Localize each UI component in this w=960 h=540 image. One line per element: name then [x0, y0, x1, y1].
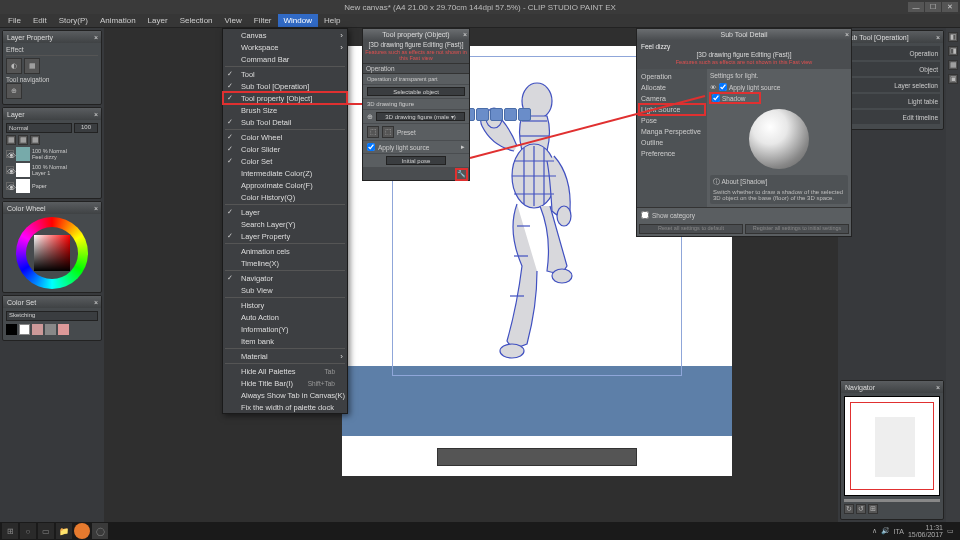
strip-icon[interactable]: ◧: [948, 32, 958, 42]
manip-icon[interactable]: [490, 108, 503, 121]
menu-item[interactable]: Animation cels: [223, 245, 347, 257]
cat-preference[interactable]: Preference: [639, 148, 705, 159]
swatch[interactable]: [32, 324, 43, 335]
menu-item[interactable]: Sub Tool [Operation]: [223, 80, 347, 92]
canvas-3d-toolbar[interactable]: [437, 448, 637, 466]
colorset-select[interactable]: Sketching: [6, 311, 98, 321]
tray-language[interactable]: ITA: [894, 528, 904, 535]
visibility-icon[interactable]: 👁: [6, 182, 14, 190]
taskview-icon[interactable]: ▭: [38, 523, 54, 539]
cat-allocate[interactable]: Allocate: [639, 82, 705, 93]
menu-item[interactable]: Layer Property: [223, 230, 347, 242]
maximize-button[interactable]: ☐: [925, 2, 941, 12]
tray-date[interactable]: 15/06/2017: [908, 531, 943, 538]
cat-manga-perspective[interactable]: Manga Perspective: [639, 126, 705, 137]
cat-camera[interactable]: Camera: [639, 93, 705, 104]
layer-thumb[interactable]: [16, 147, 30, 161]
menu-item[interactable]: Hide All PalettesTab: [223, 365, 347, 377]
menu-item[interactable]: Brush Size: [223, 104, 347, 116]
search-icon[interactable]: ○: [20, 523, 36, 539]
tab-object[interactable]: Object: [844, 62, 940, 76]
menu-item[interactable]: Item bank: [223, 335, 347, 347]
close-icon[interactable]: ×: [91, 34, 101, 41]
menu-story[interactable]: Story(P): [53, 14, 94, 27]
menu-item[interactable]: Canvas: [223, 29, 347, 41]
strip-icon[interactable]: ▦: [948, 60, 958, 70]
menu-item[interactable]: Fix the width of palette dock: [223, 401, 347, 413]
close-icon[interactable]: ×: [845, 31, 849, 38]
menu-item[interactable]: Search Layer(Y): [223, 218, 347, 230]
layer-thumb[interactable]: [16, 179, 30, 193]
close-icon[interactable]: ×: [91, 299, 101, 306]
opacity-input[interactable]: 100: [74, 123, 98, 133]
close-icon[interactable]: ×: [933, 384, 943, 391]
menu-view[interactable]: View: [219, 14, 248, 27]
menu-item[interactable]: Material: [223, 350, 347, 362]
menu-item[interactable]: Layer: [223, 206, 347, 218]
manip-icon[interactable]: [518, 108, 531, 121]
light-sphere-preview[interactable]: [749, 109, 809, 169]
tray-chevron-icon[interactable]: ∧: [872, 527, 877, 535]
expand-icon[interactable]: ⊕: [367, 113, 373, 121]
tool-nav-icon[interactable]: ⊕: [6, 83, 22, 99]
close-icon[interactable]: ×: [933, 34, 943, 41]
figure-type-select[interactable]: 3D drawing figure (male ▾): [376, 112, 465, 121]
manip-icon[interactable]: [476, 108, 489, 121]
menu-item[interactable]: History: [223, 299, 347, 311]
cat-operation[interactable]: Operation: [639, 71, 705, 82]
zoom-slider[interactable]: [844, 499, 940, 502]
menu-filter[interactable]: Filter: [248, 14, 278, 27]
effect-icon[interactable]: ◐: [6, 58, 22, 74]
cat-outline[interactable]: Outline: [639, 137, 705, 148]
preset-icon[interactable]: ⬚: [382, 126, 394, 138]
clipstudio-icon[interactable]: ◯: [92, 523, 108, 539]
menu-window[interactable]: Window: [278, 14, 318, 27]
menu-item[interactable]: Hide Title Bar(I)Shift+Tab: [223, 377, 347, 389]
menu-edit[interactable]: Edit: [27, 14, 53, 27]
effect-icon[interactable]: ▦: [24, 58, 40, 74]
blend-mode-select[interactable]: Normal: [6, 123, 72, 133]
menu-item[interactable]: Workspace: [223, 41, 347, 53]
menu-item[interactable]: Information(Y): [223, 323, 347, 335]
visibility-icon[interactable]: 👁: [6, 166, 14, 174]
minimize-button[interactable]: —: [908, 2, 924, 12]
cat-light-source[interactable]: Light Source: [639, 104, 705, 115]
menu-help[interactable]: Help: [318, 14, 346, 27]
wrench-icon[interactable]: 🔧: [456, 169, 467, 180]
swatch[interactable]: [45, 324, 56, 335]
tray-time[interactable]: 11:31: [908, 524, 943, 531]
preset-icon[interactable]: ⬚: [367, 126, 379, 138]
tray-volume-icon[interactable]: 🔊: [881, 527, 890, 535]
color-wheel[interactable]: [16, 217, 88, 289]
menu-item[interactable]: Color Wheel: [223, 131, 347, 143]
close-button[interactable]: ✕: [942, 2, 958, 12]
shadow-checkbox[interactable]: [712, 94, 720, 102]
apply-light-checkbox[interactable]: [719, 83, 727, 91]
menu-item[interactable]: Color Slider: [223, 143, 347, 155]
initial-pose-button[interactable]: Initial pose: [386, 156, 446, 165]
visibility-icon[interactable]: 👁: [6, 150, 14, 158]
menu-item[interactable]: Sub Tool Detail: [223, 116, 347, 128]
swatch[interactable]: [6, 324, 17, 335]
start-button[interactable]: ⊞: [2, 523, 18, 539]
menu-selection[interactable]: Selection: [174, 14, 219, 27]
close-icon[interactable]: ×: [463, 31, 467, 38]
selectable-object-select[interactable]: Selectable object: [367, 87, 465, 96]
menu-item[interactable]: Tool: [223, 68, 347, 80]
menu-file[interactable]: File: [2, 14, 27, 27]
apply-light-checkbox[interactable]: [367, 143, 375, 151]
menu-item[interactable]: Color History(Q): [223, 191, 347, 203]
reset-default-button[interactable]: Reset all settings to default: [639, 224, 743, 234]
menu-item[interactable]: Tool property [Object]: [223, 92, 347, 104]
tab-edit-timeline[interactable]: Edit timeline: [844, 110, 940, 124]
tab-light-table[interactable]: Light table: [844, 94, 940, 108]
firefox-icon[interactable]: [74, 523, 90, 539]
cat-pose[interactable]: Pose: [639, 115, 705, 126]
menu-animation[interactable]: Animation: [94, 14, 142, 27]
close-icon[interactable]: ×: [91, 111, 101, 118]
strip-icon[interactable]: ◨: [948, 46, 958, 56]
menu-layer[interactable]: Layer: [142, 14, 174, 27]
register-initial-button[interactable]: Register all settings to initial setting…: [745, 224, 849, 234]
navigator-thumbnail[interactable]: [844, 396, 940, 496]
menu-item[interactable]: Approximate Color(F): [223, 179, 347, 191]
